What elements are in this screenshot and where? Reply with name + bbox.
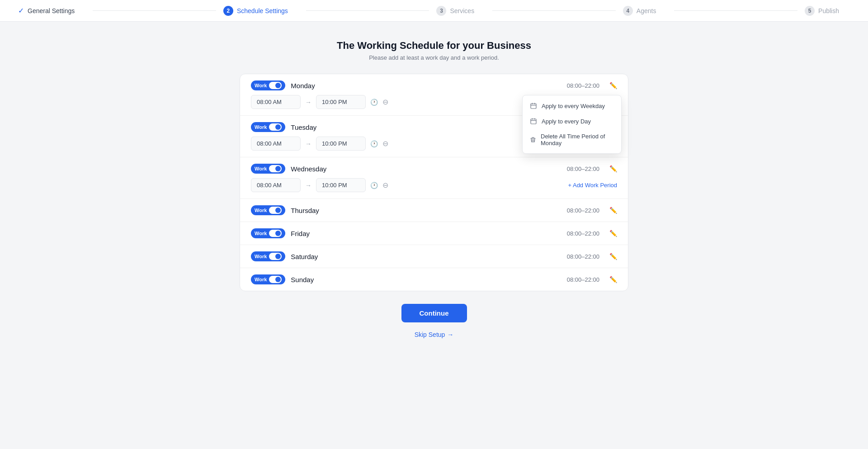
top-navigation: ✓ General Settings 2 Schedule Settings 3… [0,0,868,22]
nav-step-agents-label: Agents [637,7,656,14]
end-time-monday-1[interactable]: 10:00 PM [316,95,366,109]
nav-divider-3 [492,10,616,11]
work-badge-sunday[interactable]: Work [251,274,285,284]
toggle-sunday[interactable] [269,276,282,283]
day-header-wednesday: Work Wednesday 08:00–22:00 ✏️ [251,164,617,174]
work-badge-saturday[interactable]: Work [251,251,285,261]
skip-section: Skip Setup → [240,331,628,339]
day-row-thursday: Work Thursday 08:00–22:00 ✏️ [240,199,628,222]
schedule-card: Work Monday 08:00–22:00 ✏️ [240,74,628,291]
day-time-range-friday: 08:00–22:00 [567,230,599,237]
nav-step-general[interactable]: ✓ General Settings [18,6,85,15]
end-time-wednesday-1[interactable]: 10:00 PM [316,178,366,192]
calendar-weekday-icon [530,102,537,109]
apply-day-label: Apply to every Day [542,118,591,125]
trash-icon [530,136,536,143]
day-name-wednesday: Wednesday [291,165,561,173]
day-name-sunday: Sunday [291,276,561,284]
edit-icon-friday[interactable]: ✏️ [609,230,617,237]
time-row-wednesday-1: 08:00 AM → 10:00 PM 🕐 ⊖ + Add Work Perio… [251,178,617,192]
time-arrow-monday-1: → [305,99,311,106]
work-badge-label-sunday: Work [255,277,267,282]
edit-icon-sunday[interactable]: ✏️ [609,276,617,283]
svg-rect-0 [531,104,536,109]
delete-period-tuesday-1[interactable]: ⊖ [382,139,388,148]
day-name-tuesday: Tuesday [291,123,561,131]
day-time-range-thursday: 08:00–22:00 [567,207,599,214]
apply-weekday-item[interactable]: Apply to every Weekday [523,98,621,113]
continue-section: Continue [240,304,628,322]
skip-setup-label: Skip Setup [415,331,445,338]
work-badge-thursday[interactable]: Work [251,205,285,215]
add-work-period-wednesday[interactable]: + Add Work Period [568,182,617,189]
edit-icon-saturday[interactable]: ✏️ [609,253,617,260]
nav-step-agents[interactable]: 4 Agents [623,6,667,16]
day-row-sunday: Work Sunday 08:00–22:00 ✏️ [240,268,628,291]
svg-rect-1 [531,119,536,124]
work-badge-label-saturday: Work [255,254,267,259]
delete-period-wednesday-1[interactable]: ⊖ [382,181,388,189]
skip-arrow-icon: → [447,331,453,338]
day-header-sunday: Work Sunday 08:00–22:00 ✏️ [251,274,617,284]
skip-setup-link[interactable]: Skip Setup → [415,331,454,338]
toggle-saturday[interactable] [269,253,282,260]
time-arrow-wednesday-1: → [305,182,311,189]
step-number-schedule: 2 [223,6,233,16]
edit-icon-monday[interactable]: ✏️ [609,82,617,89]
step-number-agents: 4 [623,6,633,16]
nav-divider-1 [93,10,216,11]
start-time-tuesday-1[interactable]: 08:00 AM [251,137,301,151]
start-time-wednesday-1[interactable]: 08:00 AM [251,178,301,192]
start-time-monday-1[interactable]: 08:00 AM [251,95,301,109]
delete-period-monday-1[interactable]: ⊖ [382,98,388,106]
clock-icon-monday-1[interactable]: 🕐 [370,99,378,106]
nav-step-services[interactable]: 3 Services [436,6,485,16]
calendar-day-icon [530,118,537,125]
work-badge-label-friday: Work [255,231,267,236]
nav-step-schedule-label: Schedule Settings [237,7,288,14]
day-header-friday: Work Friday 08:00–22:00 ✏️ [251,228,617,238]
day-row-wednesday: Work Wednesday 08:00–22:00 ✏️ 08:00 AM →… [240,157,628,199]
edit-icon-thursday[interactable]: ✏️ [609,207,617,214]
monday-edit-wrapper: ✏️ Apply to every Weekday [609,81,617,90]
time-arrow-tuesday-1: → [305,140,311,147]
nav-step-schedule[interactable]: 2 Schedule Settings [223,6,299,16]
clock-icon-wednesday-1[interactable]: 🕐 [370,182,378,189]
toggle-thursday[interactable] [269,207,282,214]
work-badge-monday[interactable]: Work [251,80,285,90]
nav-step-services-label: Services [450,7,474,14]
toggle-wednesday[interactable] [269,165,282,172]
check-icon: ✓ [18,6,24,15]
clock-icon-tuesday-1[interactable]: 🕐 [370,140,378,147]
apply-day-item[interactable]: Apply to every Day [523,113,621,129]
work-badge-label-wednesday: Work [255,166,267,171]
page-subtitle: Please add at least a work day and a wor… [240,54,628,61]
edit-icon-wednesday[interactable]: ✏️ [609,165,617,172]
day-row-friday: Work Friday 08:00–22:00 ✏️ [240,222,628,245]
continue-button[interactable]: Continue [401,304,467,322]
day-row-monday: Work Monday 08:00–22:00 ✏️ [240,74,628,116]
delete-all-label: Delete All Time Period of Monday [541,133,614,147]
work-badge-friday[interactable]: Work [251,228,285,238]
work-badge-wednesday[interactable]: Work [251,164,285,174]
toggle-monday[interactable] [269,82,282,89]
nav-step-publish-label: Publish [818,7,839,14]
day-header-thursday: Work Thursday 08:00–22:00 ✏️ [251,205,617,215]
day-name-thursday: Thursday [291,207,561,214]
day-row-saturday: Work Saturday 08:00–22:00 ✏️ [240,245,628,268]
day-name-friday: Friday [291,230,561,237]
end-time-tuesday-1[interactable]: 10:00 PM [316,137,366,151]
delete-all-item[interactable]: Delete All Time Period of Monday [523,129,621,151]
nav-step-publish[interactable]: 5 Publish [805,6,850,16]
step-number-publish: 5 [805,6,815,16]
day-name-monday: Monday [291,82,561,90]
step-number-services: 3 [436,6,446,16]
page-title: The Working Schedule for your Business [240,40,628,52]
day-header-saturday: Work Saturday 08:00–22:00 ✏️ [251,251,617,261]
toggle-friday[interactable] [269,230,282,237]
work-badge-tuesday[interactable]: Work [251,122,285,132]
toggle-tuesday[interactable] [269,123,282,131]
nav-divider-2 [306,10,429,11]
apply-weekday-label: Apply to every Weekday [542,103,605,109]
day-time-range-sunday: 08:00–22:00 [567,276,599,283]
